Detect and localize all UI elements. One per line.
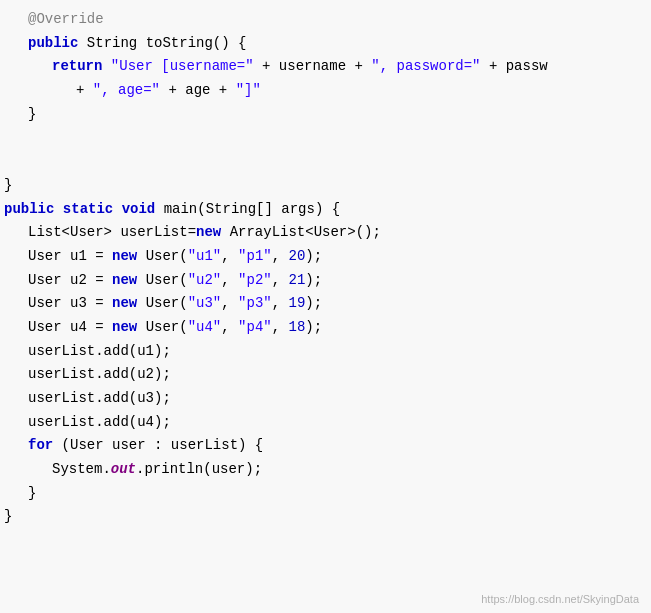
code-line: + ", age=" + age + "]" [0,79,651,103]
token-string: "u1" [188,246,222,268]
token-plain: toString() { [137,33,246,55]
code-line: User u2 = new User("u2", "p2", 21); [0,269,651,293]
code-line [0,126,651,150]
token-plain: (User user : userList) { [53,435,263,457]
code-viewer: @Overridepublic String toString() {retur… [0,0,651,613]
token-plain: User u4 = [28,317,112,339]
code-line: @Override [0,8,651,32]
token-plain: } [4,506,12,528]
token-kw-blue: static [63,199,113,221]
token-plain [113,199,121,221]
token-string: ", age=" [93,80,160,102]
token-plain: + passw [481,56,548,78]
token-plain: User( [137,317,187,339]
token-plain: userList.add(u2); [28,364,171,386]
token-plain: ); [305,293,322,315]
token-plain: , [221,270,238,292]
token-plain: User u3 = [28,293,112,315]
token-plain: String [87,33,137,55]
token-kw-blue: new [112,317,137,339]
token-plain: , [221,246,238,268]
code-line: userList.add(u2); [0,363,651,387]
token-string: "u4" [188,317,222,339]
token-plain: , [221,317,238,339]
token-string: "p2" [238,270,272,292]
token-string: "]" [236,80,261,102]
token-plain [54,199,62,221]
token-plain: , [221,293,238,315]
token-plain: ); [305,317,322,339]
watermark: https://blog.csdn.net/SkyingData [481,593,639,605]
token-plain: userList.add(u3); [28,388,171,410]
token-kw-blue: return [52,56,102,78]
code-line: userList.add(u1); [0,340,651,364]
code-line: } [0,505,651,529]
code-line: public static void main(String[] args) { [0,198,651,222]
token-plain [102,56,110,78]
code-line: System.out.println(user); [0,458,651,482]
code-line: } [0,482,651,506]
token-plain: , [272,270,289,292]
token-plain: List<User> userList= [28,222,196,244]
token-plain: + age + [160,80,236,102]
token-plain: userList.add(u4); [28,412,171,434]
token-plain: ArrayList<User>(); [221,222,381,244]
code-line: } [0,174,651,198]
code-line: userList.add(u4); [0,411,651,435]
token-number: 20 [289,246,306,268]
code-line: public String toString() { [0,32,651,56]
token-plain: } [28,483,36,505]
token-plain: User u2 = [28,270,112,292]
token-plain: } [28,104,36,126]
token-plain: + [76,80,93,102]
token-plain: main(String[] args) { [155,199,340,221]
token-plain: User( [137,270,187,292]
code-line: userList.add(u3); [0,387,651,411]
code-content: @Overridepublic String toString() {retur… [0,8,651,529]
code-line: return "User [username=" + username + ",… [0,55,651,79]
token-string: "p4" [238,317,272,339]
code-line: for (User user : userList) { [0,434,651,458]
code-line: List<User> userList=new ArrayList<User>(… [0,221,651,245]
token-plain: User( [137,246,187,268]
token-plain: userList.add(u1); [28,341,171,363]
token-kw-blue: for [28,435,53,457]
token-number: 21 [289,270,306,292]
token-kw-blue: new [112,246,137,268]
token-string: "p3" [238,293,272,315]
token-string: "u2" [188,270,222,292]
code-line: User u4 = new User("u4", "p4", 18); [0,316,651,340]
token-string: "User [username=" [111,56,254,78]
token-field-out: out [111,459,136,481]
token-plain [78,33,86,55]
token-plain: User u1 = [28,246,112,268]
token-plain: System. [52,459,111,481]
token-kw-blue: new [196,222,221,244]
token-kw-blue: public [4,199,54,221]
token-plain: + username + [254,56,372,78]
code-line [0,150,651,174]
token-string: ", password=" [371,56,480,78]
code-line: User u3 = new User("u3", "p3", 19); [0,292,651,316]
token-plain: , [272,293,289,315]
token-string: "p1" [238,246,272,268]
token-plain: User( [137,293,187,315]
token-plain: ); [305,270,322,292]
token-string: "u3" [188,293,222,315]
token-number: 18 [289,317,306,339]
token-kw-blue: void [122,199,156,221]
token-kw-blue: new [112,270,137,292]
token-plain: .println(user); [136,459,262,481]
token-plain: ); [305,246,322,268]
token-annotation: @Override [28,9,104,31]
token-plain: , [272,246,289,268]
token-plain: } [4,175,12,197]
token-kw-blue: public [28,33,78,55]
code-line: } [0,103,651,127]
code-line: User u1 = new User("u1", "p1", 20); [0,245,651,269]
token-number: 19 [289,293,306,315]
token-plain: , [272,317,289,339]
token-kw-blue: new [112,293,137,315]
